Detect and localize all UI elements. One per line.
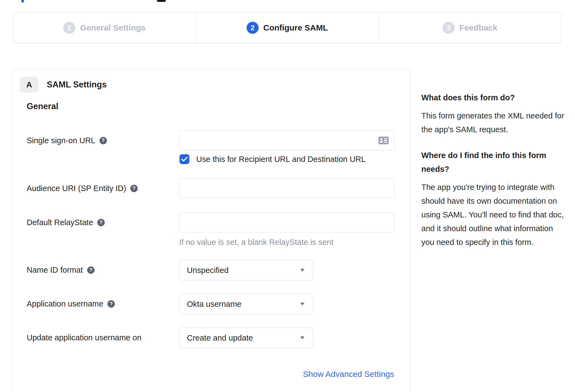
step-feedback: 3 Feedback [378, 13, 561, 43]
name-id-format-select[interactable]: Unspecified [179, 260, 313, 280]
audience-uri-input[interactable] [179, 178, 394, 198]
application-username-value: Okta username [187, 300, 241, 309]
help-icon[interactable]: ? [97, 219, 105, 226]
recipient-url-checkbox[interactable] [179, 154, 189, 164]
help-body-where: The app you're trying to integrate with … [421, 180, 565, 249]
panel-title: SAML Settings [47, 80, 107, 90]
sso-url-label: Single sign-on URL ? [27, 136, 107, 145]
general-section-heading: General [27, 101, 58, 111]
relay-state-label-text: Default RelayState [27, 218, 93, 227]
help-icon[interactable]: ? [107, 300, 115, 308]
section-a-badge: A [20, 77, 38, 93]
step-2-label: Configure SAML [263, 23, 328, 32]
cutoff-title-icon [157, 0, 166, 2]
relay-state-input[interactable] [179, 212, 394, 232]
step-3-label: Feedback [459, 23, 497, 32]
update-username-value: Create and update [187, 333, 253, 343]
help-body-what: This form generates the XML needed for t… [421, 109, 565, 136]
step-1-label: General Settings [80, 23, 145, 32]
help-icon[interactable]: ? [87, 266, 95, 274]
application-username-label-text: Application username [27, 299, 103, 308]
contact-card-icon [378, 137, 389, 145]
checkmark-icon [181, 157, 187, 162]
relay-state-hint: If no value is set, a blank RelayState i… [179, 238, 333, 247]
caret-down-icon [300, 269, 305, 272]
sso-url-input[interactable] [179, 131, 394, 150]
application-username-select[interactable]: Okta username [179, 294, 313, 314]
step-2-circle: 2 [247, 22, 259, 34]
wizard-stepper: 1 General Settings 2 Configure SAML 3 Fe… [13, 12, 562, 43]
step-1-circle: 1 [63, 22, 75, 34]
sso-url-label-text: Single sign-on URL [27, 136, 95, 145]
update-username-label: Update application username on [27, 333, 142, 343]
name-id-format-label: Name ID format ? [27, 265, 95, 275]
caret-down-icon [300, 303, 305, 305]
show-advanced-settings-link[interactable]: Show Advanced Settings [303, 369, 394, 379]
panel-header: A SAML Settings [20, 77, 107, 93]
audience-uri-label-text: Audience URI (SP Entity ID) [27, 184, 126, 193]
name-id-format-value: Unspecified [187, 266, 229, 275]
audience-uri-label: Audience URI (SP Entity ID) ? [27, 183, 138, 193]
step-configure-saml: 2 Configure SAML [196, 13, 378, 43]
configure-saml-page: { "stepper": { "steps": [ { "number": "1… [0, 0, 575, 392]
help-icon[interactable]: ? [99, 137, 107, 144]
help-icon[interactable]: ? [130, 185, 138, 192]
step-general-settings: 1 General Settings [13, 13, 196, 43]
update-username-label-text: Update application username on [27, 333, 142, 342]
saml-settings-panel: A SAML Settings General Single sign-on U… [12, 69, 410, 392]
caret-down-icon [300, 336, 305, 339]
name-id-format-label-text: Name ID format [27, 266, 83, 275]
application-username-label: Application username ? [27, 299, 115, 309]
help-sidebar: What does this form do? This form genera… [421, 91, 565, 261]
help-heading-what: What does this form do? [421, 91, 565, 104]
help-heading-where: Where do I find the info this form needs… [421, 148, 565, 176]
update-username-select[interactable]: Create and update [179, 328, 313, 348]
recipient-url-checkbox-label: Use this for Recipient URL and Destinati… [196, 154, 366, 164]
relay-state-label: Default RelayState ? [27, 217, 105, 227]
step-3-circle: 3 [443, 22, 455, 34]
cutoff-title-accent [21, 0, 24, 2]
